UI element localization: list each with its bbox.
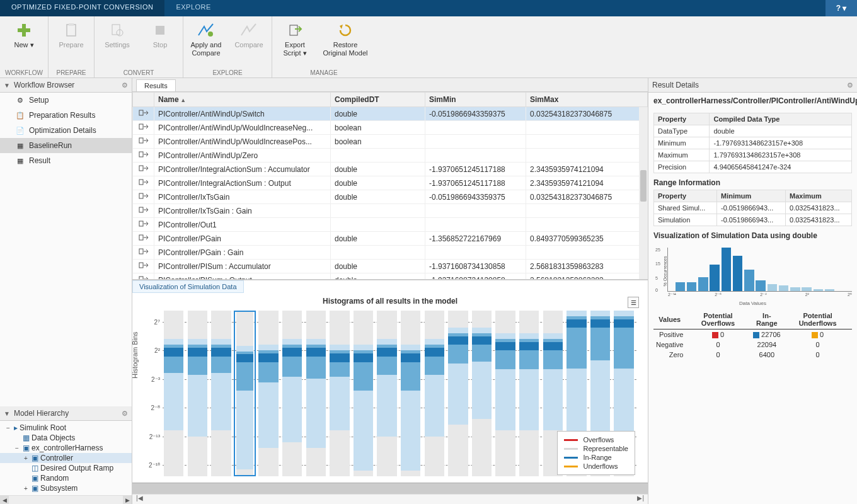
export-script-button[interactable]: Export Script ▾ <box>277 19 313 59</box>
scroll-left-icon[interactable]: ◀ <box>0 496 9 504</box>
apply-compare-icon <box>197 21 215 39</box>
table-row[interactable]: PIController/IntegralActionSum : Accumul… <box>133 163 648 176</box>
legend-toggle-button[interactable]: ☰ <box>628 297 639 308</box>
histogram-column[interactable] <box>400 311 422 476</box>
table-row[interactable]: PIController/AntiWindUp/Zero <box>133 149 648 163</box>
compare-icon <box>240 21 258 39</box>
node-icon: ▣ <box>23 444 30 452</box>
table-row[interactable]: PIController/IxTsGain : Gain <box>133 204 648 218</box>
apply-compare-button[interactable]: Apply and Compare <box>188 19 224 59</box>
tab-explore[interactable]: EXPLORE <box>164 0 222 16</box>
histogram-column[interactable] <box>423 311 446 476</box>
twisty-icon[interactable]: + <box>22 485 30 492</box>
row-icon <box>133 232 154 246</box>
histogram-column[interactable] <box>494 311 516 476</box>
item-icon: 📄 <box>15 125 25 135</box>
table-row: Positive0227060 <box>653 329 852 340</box>
vertical-scrollbar[interactable] <box>639 107 648 279</box>
histogram-column[interactable] <box>305 311 327 476</box>
viz-tab[interactable]: Visualization of Simulation Data <box>132 280 244 293</box>
new-button[interactable]: New ▾ <box>6 19 42 52</box>
svg-rect-17 <box>139 221 143 226</box>
workflow-item-optimization-details[interactable]: 📄Optimization Details <box>0 123 132 138</box>
main-area: ▼ Workflow Browser ⚙ ⚙Setup📋Preparation … <box>0 78 857 504</box>
tab-optimized-fixed-point[interactable]: OPTIMIZED FIXED-POINT CONVERSION <box>0 0 164 16</box>
histogram-column[interactable] <box>352 311 374 476</box>
table-row: Shared Simul...-0.0519866943...0.0325431… <box>654 202 852 214</box>
stop-button: Stop <box>142 19 178 52</box>
table-row[interactable]: PIController/AntiWindUp/WouldIncreaseNeg… <box>133 121 648 135</box>
svg-rect-3 <box>69 23 74 26</box>
row-icon <box>133 260 154 273</box>
workflow-item-baselinerun[interactable]: ▦BaselineRun <box>0 138 132 153</box>
tree-node[interactable]: +▣ Subsystem <box>0 483 132 493</box>
workflow-item-result[interactable]: ▦Result <box>0 153 132 168</box>
svg-rect-12 <box>139 152 143 157</box>
help-button[interactable]: ? ▾ <box>825 0 857 16</box>
col-name[interactable]: Name <box>154 93 331 107</box>
stop-icon <box>151 21 169 39</box>
histogram-column[interactable] <box>447 311 469 476</box>
histogram-column[interactable] <box>518 311 540 476</box>
histogram-column[interactable] <box>257 311 279 476</box>
ribbon-group-workflow: New ▾ WORKFLOW <box>0 16 49 77</box>
histogram-column[interactable] <box>234 311 256 476</box>
row-icon <box>133 218 154 232</box>
svg-rect-15 <box>139 193 143 198</box>
tree-node[interactable]: ▣ Random <box>0 473 132 483</box>
table-row[interactable]: PIController/IntegralActionSum : Outputd… <box>133 176 648 190</box>
table-row[interactable]: PIController/PGaindouble-1.3568527221679… <box>133 232 648 246</box>
mini-chart: % Occurrences 251550 2⁻¹⁴2⁻⁶2⁻²2²2⁶ <box>667 248 852 292</box>
table-row[interactable]: PIController/PISum : Accumulatordouble-1… <box>133 260 648 273</box>
svg-rect-20 <box>139 263 143 268</box>
tab-results[interactable]: Results <box>136 79 176 91</box>
histogram-column[interactable] <box>471 311 493 476</box>
node-icon: ▣ <box>32 484 38 493</box>
histogram-column[interactable] <box>187 311 209 476</box>
workflow-browser-header[interactable]: ▼ Workflow Browser ⚙ <box>0 78 132 93</box>
col-simmax[interactable]: SimMax <box>526 93 648 107</box>
restore-model-button[interactable]: Restore Original Model <box>320 19 371 59</box>
table-row[interactable]: PIController/IxTsGaindouble-0.0519866943… <box>133 190 648 204</box>
histogram-column[interactable] <box>281 311 303 476</box>
help-icon: ? ▾ <box>836 4 847 13</box>
table-row: Maximum1.7976931348623157e+308 <box>654 149 852 161</box>
table-row[interactable]: PIController/PGain : Gain <box>133 246 648 260</box>
histogram-column[interactable] <box>210 311 232 476</box>
twisty-icon[interactable]: − <box>4 425 12 432</box>
tree-node[interactable]: ◫ Desired Output Ramp <box>0 463 132 473</box>
gear-icon[interactable]: ⚙ <box>122 81 128 89</box>
node-icon: ▸ <box>14 423 18 432</box>
y-axis: Histogram Bins 2⁷2²2⁻³2⁻⁸2⁻¹³2⁻¹⁸ <box>136 311 161 476</box>
horizontal-scrollbar[interactable]: ◀ ▶ <box>0 495 132 504</box>
workflow-item-setup[interactable]: ⚙Setup <box>0 93 132 108</box>
result-details-header[interactable]: Result Details ⚙ <box>648 78 857 93</box>
table-row[interactable]: PIController/AntiWindUp/WouldIncreasePos… <box>133 135 648 149</box>
workflow-item-preparation-results[interactable]: 📋Preparation Results <box>0 108 132 123</box>
row-icon <box>133 204 154 218</box>
nav-left-icon[interactable]: |◀ <box>136 495 143 504</box>
tree-node[interactable]: −▸ Simulink Root <box>0 423 132 433</box>
histogram-column[interactable] <box>163 311 185 476</box>
col-compiled[interactable]: CompiledDT <box>331 93 425 107</box>
histogram-column[interactable] <box>328 311 350 476</box>
table-row[interactable]: PIController/PISum : Outputdouble-1.9371… <box>133 273 648 280</box>
col-simmin[interactable]: SimMin <box>425 93 526 107</box>
twisty-icon[interactable]: − <box>13 445 21 452</box>
twisty-icon[interactable]: + <box>22 455 30 462</box>
legend: Overflows Representable In-Range Underfl… <box>557 431 635 475</box>
tree-node[interactable]: −▣ ex_controllerHarness <box>0 443 132 453</box>
table-row[interactable]: PIController/AntiWindUp/Switchdouble-0.0… <box>133 107 648 121</box>
histogram-column[interactable] <box>376 311 398 476</box>
gear-icon[interactable]: ⚙ <box>847 81 853 89</box>
tree-node[interactable]: +▣ Controller <box>0 453 132 463</box>
nav-right-icon[interactable]: ▶| <box>637 495 644 504</box>
tree-node[interactable]: ▦ Data Objects <box>0 433 132 443</box>
left-column: ▼ Workflow Browser ⚙ ⚙Setup📋Preparation … <box>0 78 132 504</box>
scroll-right-icon[interactable]: ▶ <box>123 496 132 504</box>
svg-rect-10 <box>139 124 143 129</box>
right-column: Result Details ⚙ ex_controllerHarness/Co… <box>648 78 857 504</box>
table-row[interactable]: PIController/Out1 <box>133 218 648 232</box>
gear-icon[interactable]: ⚙ <box>122 410 128 418</box>
model-hierarchy-header[interactable]: ▼ Model Hierarchy ⚙ <box>0 406 132 421</box>
